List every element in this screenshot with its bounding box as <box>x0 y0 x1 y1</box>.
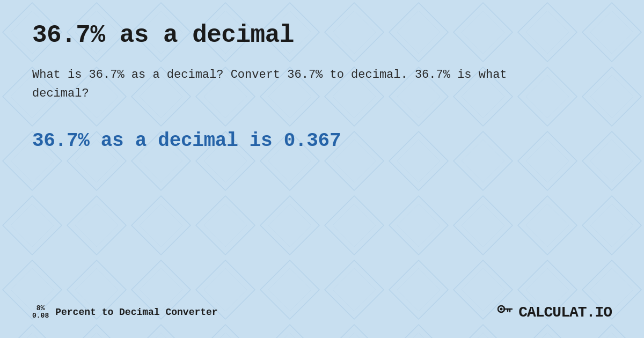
percent-fraction-icon: 8% 0.08 <box>32 305 49 320</box>
description-text: What is 36.7% as a decimal? Convert 36.7… <box>32 65 515 103</box>
page-title: 36.7% as a decimal <box>32 21 612 49</box>
footer-left: 8% 0.08 Percent to Decimal Converter <box>32 305 218 320</box>
percent-bottom: 0.08 <box>32 312 49 320</box>
brand-text: Percent to Decimal Converter <box>55 307 217 318</box>
result-text: 36.7% as a decimal is 0.367 <box>32 130 612 152</box>
logo-text: CALCULAT.IO <box>518 304 612 321</box>
logo-icon <box>495 303 514 322</box>
footer: 8% 0.08 Percent to Decimal Converter CAL… <box>32 292 612 322</box>
percent-top: 8% <box>36 305 45 312</box>
calculat-io-logo: CALCULAT.IO <box>495 303 612 322</box>
svg-point-5 <box>500 308 503 311</box>
